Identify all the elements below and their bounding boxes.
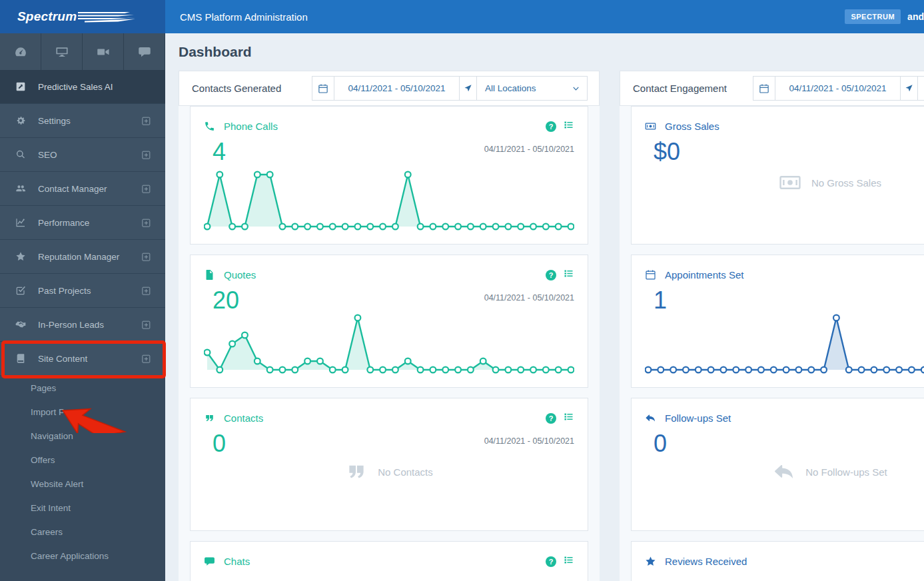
list-icon: [563, 119, 574, 131]
sidebar-subitem-career-applications[interactable]: Career Applications: [0, 544, 165, 568]
sidebar-item-label: Predictive Sales AI: [38, 82, 113, 92]
card-title: Phone Calls: [224, 121, 278, 132]
sidebar-item-label: Contact Manager: [38, 184, 107, 194]
card-value: $0: [654, 140, 924, 164]
panel-contacts-generated: Contacts Generated04/11/2021 - 05/10/202…: [179, 71, 600, 581]
expand-icon[interactable]: [141, 115, 152, 127]
card-gross-sales: Gross Sales?$004/11/2021 - 05/10/2021No …: [631, 106, 924, 245]
reply-icon: [645, 412, 656, 424]
card-date-range: 04/11/2021 - 05/10/2021: [484, 145, 574, 154]
page-title: Dashboard: [179, 44, 924, 60]
plussquare-icon: [141, 149, 152, 161]
plussquare-icon: [141, 115, 152, 127]
sidebar-item-label: Settings: [38, 116, 71, 126]
list-icon: [563, 554, 574, 566]
sidebar-subitem-exit-intent[interactable]: Exit Intent: [0, 496, 165, 520]
card-contacts: Contacts?004/11/2021 - 05/10/2021No Cont…: [190, 398, 588, 531]
sidebar-subitem-website-alert[interactable]: Website Alert: [0, 472, 165, 496]
list-icon: [563, 411, 574, 422]
sidebar-subitem-pages[interactable]: Pages: [0, 376, 165, 400]
help-icon[interactable]: ?: [546, 270, 556, 281]
sidebar: Predictive Sales AISettingsSEOContact Ma…: [0, 33, 165, 581]
sidebar-item-past-projects[interactable]: Past Projects: [0, 274, 165, 308]
sidebar-subitem-navigation[interactable]: Navigation: [0, 424, 165, 448]
panel-contact-engagement: Contact Engagement04/11/2021 - 05/10/202…: [620, 71, 924, 581]
sidebar-item-seo[interactable]: SEO: [0, 138, 165, 172]
location-icon: [464, 84, 472, 93]
sidebar-subitem-offers[interactable]: Offers: [0, 448, 165, 472]
sidebar-subitem-import-pages[interactable]: Import Pages: [0, 400, 165, 424]
handshake-icon: [15, 319, 26, 330]
chat-icon: [204, 556, 215, 567]
chevron-icon: [572, 84, 580, 93]
expand-icon[interactable]: [141, 285, 152, 296]
sidebar-item-label: Reputation Manager: [38, 252, 119, 262]
help-icon[interactable]: ?: [546, 121, 556, 132]
sidebar-subitem-label: Pages: [31, 383, 56, 393]
spectrum-logo-lines: [78, 11, 135, 24]
calendar-icon: [759, 83, 769, 94]
list-view-icon[interactable]: [563, 411, 574, 425]
sidebar-subitem-label: Exit Intent: [31, 503, 71, 513]
list-view-icon[interactable]: [563, 554, 574, 568]
panel-header: Contacts Generated04/11/2021 - 05/10/202…: [179, 71, 600, 106]
file-icon: [204, 269, 215, 281]
expand-icon[interactable]: [141, 319, 152, 330]
date-picker-button[interactable]: [753, 77, 775, 100]
sidebar-item-site-content[interactable]: Site Content: [0, 342, 165, 376]
card-date-range: 04/11/2021 - 05/10/2021: [484, 293, 574, 302]
sidebar-item-predictive-sales-ai[interactable]: Predictive Sales AI: [0, 70, 165, 104]
sidebar-item-contact-manager[interactable]: Contact Manager: [0, 172, 165, 206]
location-select[interactable]: All Locations: [917, 77, 924, 100]
card-title: Chats: [224, 556, 250, 567]
sidebar-tab-desktop[interactable]: [41, 33, 83, 70]
card-quotes: Quotes?2004/11/2021 - 05/10/2021: [190, 255, 588, 388]
sidebar-subitem-label: Careers: [31, 527, 63, 537]
list-view-icon[interactable]: [563, 268, 574, 282]
location-select[interactable]: All Locations: [476, 77, 587, 100]
card-reviews-received: Reviews Received?: [631, 541, 924, 581]
sidebar-subitem-careers[interactable]: Careers: [0, 520, 165, 544]
help-icon[interactable]: ?: [546, 413, 556, 424]
reply-icon: [773, 460, 795, 483]
sidebar-item-label: Past Projects: [38, 286, 91, 296]
panel-header: Contact Engagement04/11/2021 - 05/10/202…: [620, 71, 924, 106]
video-icon: [97, 45, 110, 59]
sidebar-tab-video[interactable]: [83, 33, 124, 70]
card-appointments-set: Appointments Set?104/11/2021 - 05/10/202…: [631, 255, 924, 388]
expand-icon[interactable]: [141, 183, 152, 195]
plussquare-icon: [141, 319, 152, 330]
date-picker-button[interactable]: [312, 77, 334, 100]
card-date-range: 04/11/2021 - 05/10/2021: [484, 436, 574, 446]
empty-state: No Follow-ups Set: [632, 460, 924, 483]
sidebar-item-settings[interactable]: Settings: [0, 104, 165, 138]
sidebar-icon-row: [0, 33, 165, 70]
card-title: Quotes: [224, 269, 256, 281]
panel-title: Contact Engagement: [633, 83, 727, 94]
sidebar-tab-dashboard[interactable]: [0, 33, 41, 70]
expand-icon[interactable]: [141, 217, 152, 229]
sidebar-tab-chat[interactable]: [124, 33, 165, 70]
date-range-value[interactable]: 04/11/2021 - 05/10/2021: [775, 77, 900, 100]
expand-icon[interactable]: [141, 149, 152, 161]
plussquare-icon: [141, 353, 152, 364]
date-range-value[interactable]: 04/11/2021 - 05/10/2021: [334, 77, 459, 100]
sidebar-subitem-label: Website Alert: [31, 479, 83, 489]
expand-icon[interactable]: [141, 353, 152, 364]
plussquare-icon: [141, 183, 152, 195]
list-view-icon[interactable]: [563, 119, 574, 133]
sidebar-subitem-label: Import Pages: [31, 407, 84, 417]
line-chart: [204, 165, 574, 232]
sidebar-item-performance[interactable]: Performance: [0, 206, 165, 240]
users-icon: [15, 183, 26, 194]
sidebar-item-in-person-leads[interactable]: In-Person Leads: [0, 308, 165, 342]
expand-icon[interactable]: [141, 251, 152, 263]
location-button[interactable]: [459, 77, 476, 100]
gear-icon: [15, 115, 26, 126]
app-title: CMS Platform Administration: [180, 11, 308, 23]
sidebar-item-reputation-manager[interactable]: Reputation Manager: [0, 240, 165, 274]
help-icon[interactable]: ?: [546, 556, 556, 567]
account-badge[interactable]: SPECTRUM: [845, 9, 901, 24]
username[interactable]: and: [907, 11, 924, 22]
location-button[interactable]: [900, 77, 917, 100]
